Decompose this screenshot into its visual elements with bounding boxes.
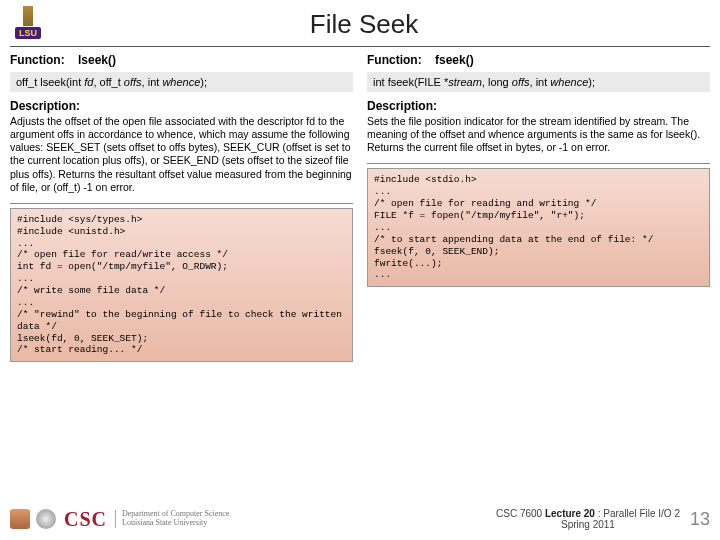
description-label: Description: <box>10 97 353 115</box>
csc-logo: CSC <box>64 508 107 531</box>
lecture-post: : Parallel File I/O 2 <box>595 508 680 519</box>
sig-text: , off_t <box>93 76 123 88</box>
function-row-right: Function: fseek() <box>367 51 710 69</box>
sig-text: , int <box>530 76 551 88</box>
sig-text: , long <box>482 76 512 88</box>
code-box-left: #include <sys/types.h> #include <unistd.… <box>10 208 353 363</box>
nsf-logo-icon <box>36 509 56 529</box>
col-divider <box>10 203 353 204</box>
function-label: Function: <box>10 53 65 67</box>
description-label: Description: <box>367 97 710 115</box>
sig-text: ); <box>200 76 207 88</box>
dept-line2: Louisiana State University <box>122 519 229 528</box>
divider <box>10 46 710 47</box>
sig-text: off_t lseek(int <box>16 76 84 88</box>
header: LSU File Seek <box>0 0 720 44</box>
function-label: Function: <box>367 53 422 67</box>
sig-arg: offs <box>124 76 142 88</box>
sig-arg: stream <box>448 76 482 88</box>
signature-right: int fseek(FILE *stream, long offs, int w… <box>367 72 710 92</box>
page-title: File Seek <box>58 9 710 40</box>
sig-arg: whence <box>162 76 200 88</box>
page-number: 13 <box>690 509 710 530</box>
lecture-pre: CSC 7600 <box>496 508 545 519</box>
footer: CSC Department of Computer Science Louis… <box>0 498 720 540</box>
cct-logo-icon <box>10 509 30 529</box>
left-column: Function: lseek() off_t lseek(int fd, of… <box>10 51 353 362</box>
col-divider <box>367 163 710 164</box>
right-column: Function: fseek() int fseek(FILE *stream… <box>367 51 710 362</box>
lsu-badge: LSU <box>15 27 41 39</box>
lecture-info: CSC 7600 Lecture 20 : Parallel File I/O … <box>496 508 680 530</box>
columns: Function: lseek() off_t lseek(int fd, of… <box>0 51 720 362</box>
signature-left: off_t lseek(int fd, off_t offs, int when… <box>10 72 353 92</box>
sig-text: , int <box>142 76 163 88</box>
sig-arg: offs <box>512 76 530 88</box>
lsu-logo: LSU <box>10 6 46 42</box>
description-text-right: Sets the file position indicator for the… <box>367 115 710 160</box>
sig-text: int fseek(FILE * <box>373 76 448 88</box>
code-box-right: #include <stdio.h> ... /* open file for … <box>367 168 710 287</box>
function-name: lseek() <box>78 53 116 67</box>
lecture-bold: Lecture 20 <box>545 508 595 519</box>
footer-logos <box>10 509 56 529</box>
department-text: Department of Computer Science Louisiana… <box>115 510 229 528</box>
sig-text: ); <box>588 76 595 88</box>
tower-icon <box>23 6 33 26</box>
function-row-left: Function: lseek() <box>10 51 353 69</box>
term: Spring 2011 <box>561 519 615 530</box>
function-name: fseek() <box>435 53 474 67</box>
description-text-left: Adjusts the offset of the open file asso… <box>10 115 353 200</box>
sig-arg: whence <box>550 76 588 88</box>
